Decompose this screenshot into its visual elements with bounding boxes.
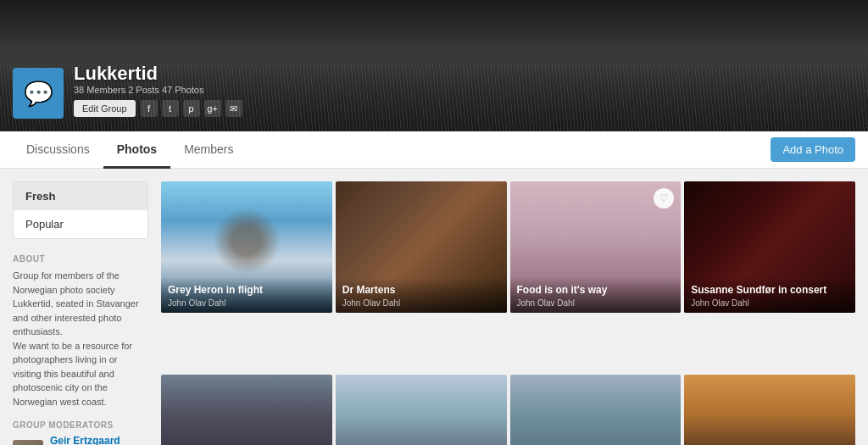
photo-overlay-heron: Grey Heron in flight John Olav Dahl — [161, 277, 332, 313]
photo-bg-frafjord — [336, 375, 507, 445]
moderators-section-title: GROUP MODERATORS — [13, 420, 148, 430]
group-avatar: 💬 — [13, 68, 64, 119]
photo-bg-schladming — [161, 375, 332, 445]
pinterest-icon-header[interactable]: p — [183, 100, 200, 117]
photo-overlay-martens: Dr Martens John Olav Dahl — [336, 277, 507, 313]
photo-title-martens: Dr Martens — [342, 284, 500, 298]
photo-card-martens[interactable]: Dr Martens John Olav Dahl — [336, 181, 507, 313]
filter-fresh[interactable]: Fresh — [14, 182, 147, 210]
main-content: Fresh Popular ABOUT Group for members of… — [0, 169, 868, 445]
moderator-info: Geir Ertzgaard Stavanger, Rogaland, Norw… — [50, 435, 148, 445]
photo-card-frafjord[interactable]: Frafjord Geir Ertzgaard — [336, 375, 507, 445]
group-meta: 38 Members 2 Posts 47 Photos — [74, 85, 242, 95]
group-details: Lukkertid 38 Members 2 Posts 47 Photos E… — [74, 63, 242, 119]
email-icon-header[interactable]: ✉ — [225, 100, 242, 117]
filter-list: Fresh Popular — [13, 181, 148, 239]
group-info: 💬 Lukkertid 38 Members 2 Posts 47 Photos… — [13, 63, 242, 119]
photo-overlay-susanne: Susanne Sundfør in consert John Olav Dah… — [684, 277, 855, 313]
photo-card-food[interactable]: ♡ Food is on it's way John Olav Dahl — [510, 181, 682, 313]
filter-popular[interactable]: Popular — [14, 210, 147, 238]
group-actions: Edit Group f t p g+ ✉ — [74, 100, 242, 117]
photo-card-susanne[interactable]: Susanne Sundfør in consert John Olav Dah… — [684, 181, 855, 313]
photo-author-susanne: John Olav Dahl — [691, 298, 849, 308]
photo-card-schladming[interactable]: Schladming Jostein Husebø — [161, 375, 332, 445]
nav-tabs: Discussions Photos Members — [13, 131, 771, 168]
add-photo-button[interactable]: Add a Photo — [771, 137, 855, 162]
tab-members[interactable]: Members — [170, 132, 247, 169]
sidebar: Fresh Popular ABOUT Group for members of… — [13, 181, 148, 445]
about-text: Group for members of the Norwegian photo… — [13, 269, 148, 409]
photo-author-food: John Olav Dahl — [517, 298, 675, 308]
facebook-icon-header[interactable]: f — [141, 100, 158, 117]
moderator-avatar — [13, 440, 43, 446]
edit-group-button[interactable]: Edit Group — [74, 100, 136, 117]
moderator-row: Geir Ertzgaard Stavanger, Rogaland, Norw… — [13, 435, 148, 445]
twitter-icon-header[interactable]: t — [162, 100, 179, 117]
photo-title-food: Food is on it's way — [517, 284, 675, 298]
photo-card-glow[interactable]: Glow over the fjord and m... spur — [684, 375, 855, 445]
photo-card-heron[interactable]: Grey Heron in flight John Olav Dahl — [161, 181, 332, 313]
photo-bg-stavanger — [510, 375, 682, 445]
navigation-bar: Discussions Photos Members Add a Photo — [0, 131, 868, 169]
group-avatar-icon: 💬 — [24, 80, 53, 108]
photo-title-heron: Grey Heron in flight — [168, 284, 326, 298]
photo-author-heron: John Olav Dahl — [168, 298, 326, 308]
googleplus-icon-header[interactable]: g+ — [204, 100, 221, 117]
social-icons-header: f t p g+ ✉ — [141, 100, 242, 117]
photo-card-stavanger[interactable]: Stavanger Geir Ertzgaard — [510, 375, 682, 445]
photo-title-susanne: Susanne Sundfør in consert — [691, 284, 849, 298]
photo-author-martens: John Olav Dahl — [342, 298, 500, 308]
photo-bg-glow — [684, 375, 855, 445]
tab-photos[interactable]: Photos — [103, 132, 170, 169]
photo-grid: Grey Heron in flight John Olav Dahl Dr M… — [161, 181, 855, 445]
photo-overlay-food: Food is on it's way John Olav Dahl — [510, 277, 682, 313]
tab-discussions[interactable]: Discussions — [13, 132, 103, 169]
group-name: Lukkertid — [74, 63, 242, 85]
moderator-name[interactable]: Geir Ertzgaard — [50, 435, 148, 445]
banner: 💬 Lukkertid 38 Members 2 Posts 47 Photos… — [0, 0, 868, 131]
about-section-title: ABOUT — [13, 254, 148, 264]
